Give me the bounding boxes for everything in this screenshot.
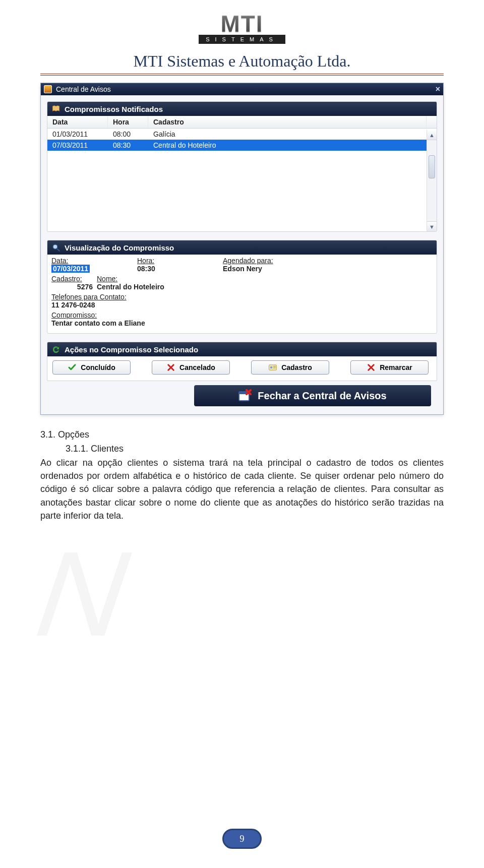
cell-data: 07/03/2011 [47,140,108,151]
value-telefones: 11 2476-0248 [51,301,95,309]
notif-table-body[interactable]: 01/03/2011 08:00 Galícia ▶ 07/03/2011 08… [47,129,437,231]
page-number-badge: 9 [222,829,262,849]
value-data: 07/03/2011 [51,265,90,273]
value-cadastro: 5276 [77,283,93,291]
value-compromisso: Tentar contato com a Eliane [51,319,145,327]
check-icon [68,363,77,372]
cell-hora: 08:30 [108,140,148,151]
paragraph-text: Ao clicar na opção clientes o sistema tr… [40,456,444,522]
magnifier-icon [51,243,60,252]
panel-notificados: Compromissos Notificados Data Hora Cadas… [47,101,437,232]
logo-main: MTI [199,14,285,34]
svg-line-1 [57,249,59,251]
panel-visualizacao-title: Visualização do Compromisso [65,243,174,252]
panel-notificados-title: Compromissos Notificados [65,105,163,113]
acoes-buttons: Concluído Cancelado Cadastro [47,356,437,381]
fechar-central-label: Fechar a Central de Avisos [258,390,386,402]
value-nome: Central do Hoteleiro [97,283,164,291]
card-icon [268,363,277,372]
subsection-number: 3.1.1. Clientes [66,442,444,455]
dialog-titlebar[interactable]: Central de Avisos × [41,83,443,95]
panel-acoes: Ações no Compromisso Selecionado Concluí… [47,342,437,381]
close-icon[interactable]: × [436,85,440,94]
label-agendado: Agendado para: [223,257,273,265]
label-data: Data: [51,257,117,265]
remarcar-button[interactable]: Remarcar [350,360,429,375]
book-icon [51,104,60,113]
concluido-label: Concluído [81,363,115,371]
panel-notificados-header: Compromissos Notificados [47,102,437,116]
cell-cadastro: Central do Hoteleiro [148,140,427,151]
cancelado-label: Cancelado [179,363,215,371]
section-number: 3.1. Opções [40,428,444,441]
logo-sub: SISTEMAS [199,35,285,44]
col-cadastro[interactable]: Cadastro [148,116,427,128]
cadastro-button[interactable]: Cadastro [251,360,329,375]
watermark: N [12,524,300,786]
svg-point-3 [270,366,273,369]
arrow-return-icon [51,345,60,354]
doc-header: MTI SISTEMAS [0,0,484,44]
x-icon [367,363,376,372]
table-row[interactable]: 01/03/2011 08:00 Galícia [47,129,437,140]
label-hora: Hora: [137,257,203,265]
col-data[interactable]: Data [47,116,108,128]
cadastro-label: Cadastro [281,363,312,371]
doc-title: MTI Sistemas e Automação Ltda. [0,52,484,71]
panel-acoes-title: Ações no Compromisso Selecionado [65,345,198,354]
panel-acoes-header: Ações no Compromisso Selecionado [47,342,437,356]
app-icon [44,85,52,93]
x-icon [166,363,175,372]
window-close-icon [238,389,252,402]
label-cadastro: Cadastro: [51,275,97,283]
title-rule [40,74,444,76]
table-row[interactable]: ▶ 07/03/2011 08:30 Central do Hoteleiro [47,140,437,151]
cell-cadastro: Galícia [148,129,427,140]
visualizacao-body: Data: 07/03/2011 Hora: 08:30 Agendado pa… [47,255,437,333]
body-paragraph: 3.1. Opções 3.1.1. Clientes Ao clicar na… [40,428,444,522]
scroll-thumb[interactable] [429,155,435,178]
label-nome: Nome: [97,275,117,283]
cell-data: 01/03/2011 [47,129,108,140]
cancelado-button[interactable]: Cancelado [152,360,230,375]
dialog-central-avisos: Central de Avisos × Compromissos Notific… [40,83,444,415]
value-agendado: Edson Nery [223,265,262,273]
concluido-button[interactable]: Concluído [52,360,131,375]
panel-visualizacao-header: Visualização do Compromisso [47,240,437,255]
scrollbar-vertical[interactable]: ▲ ▼ [427,130,437,231]
label-telefones: Telefones para Contato: [51,293,127,301]
dialog-body: Compromissos Notificados Data Hora Cadas… [41,95,443,414]
col-hora[interactable]: Hora [108,116,148,128]
logo: MTI SISTEMAS [199,14,285,44]
panel-visualizacao: Visualização do Compromisso Data: 07/03/… [47,240,437,334]
label-compromisso: Compromisso: [51,311,97,319]
value-hora: 08:30 [137,265,155,273]
table-empty-area [47,151,437,231]
cell-hora: 08:00 [108,129,148,140]
scroll-up-icon[interactable]: ▲ [427,130,437,140]
scroll-down-icon[interactable]: ▼ [427,221,437,231]
dialog-title: Central de Avisos [56,85,111,93]
notif-table: Data Hora Cadastro 01/03/2011 08:00 Galí… [47,116,437,231]
notif-table-head: Data Hora Cadastro [47,116,437,129]
remarcar-label: Remarcar [380,363,412,371]
fechar-central-button[interactable]: Fechar a Central de Avisos [194,385,431,406]
